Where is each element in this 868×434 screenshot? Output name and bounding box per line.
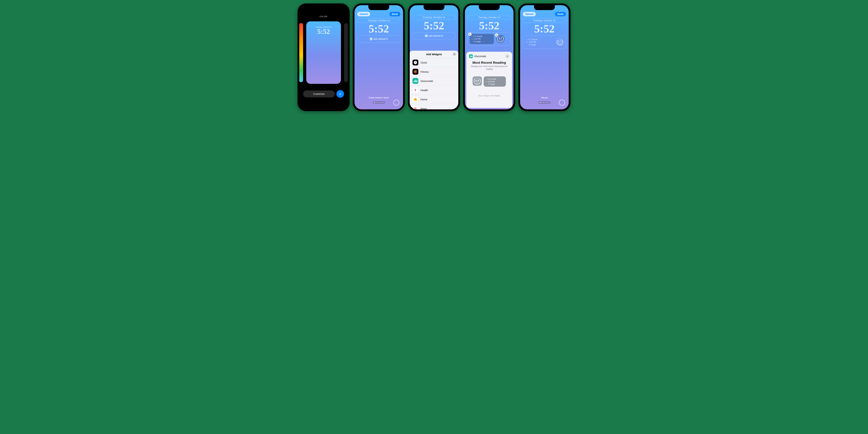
screen-gallery: COLOR Tuesday, October 10 5:52 • • • Cus… (299, 5, 348, 110)
widget-app-list[interactable]: Clock Fitness Glucomate ♥ Health (410, 58, 458, 110)
drop-icon (471, 35, 472, 38)
sheet-app-name: Glucomate (474, 55, 486, 58)
placed-widget-circle[interactable]: − 5.7 2:44 (496, 35, 505, 43)
glucomate-icon (469, 54, 473, 58)
home-icon (412, 96, 418, 102)
date-widget-slot[interactable]: Tuesday, October 10 (468, 15, 511, 20)
date-widget-slot[interactable]: Tuesday, October 10 (523, 18, 566, 23)
add-wallpaper-button[interactable]: + (336, 90, 344, 98)
wallpaper-next[interactable] (344, 23, 348, 82)
screen-editor-done: Cancel Done Tuesday, October 10 5:52 5.7… (520, 5, 569, 110)
widget-app-news[interactable]: N News (410, 104, 458, 110)
phone-widget-list: Tuesday, October 10 5:52 + ADD WIDGETS A… (408, 3, 460, 111)
close-button[interactable]: ✕ (453, 52, 457, 56)
widget-preview-small[interactable]: 6.9 5:40 (472, 76, 482, 86)
health-icon: ♥ (412, 87, 418, 93)
widget-subtitle: Display your most recent blood glucose r… (469, 65, 509, 70)
phone-editor-done: Cancel Done Tuesday, October 10 5:52 5.7… (518, 3, 570, 111)
fitness-icon (412, 69, 418, 75)
notch (534, 5, 555, 10)
notch (479, 5, 500, 10)
cancel-button[interactable]: Cancel (523, 12, 536, 16)
phone-glucomate-picker: Tuesday, October 10 5:52 − 5.7 mmol/L 2:… (463, 3, 515, 111)
wallpaper-prev[interactable] (299, 23, 303, 82)
add-widgets-slot[interactable]: + ADD WIDGETS (412, 32, 456, 39)
drag-hint: Tap or drag to add widget. (469, 95, 509, 97)
widget-app-home[interactable]: Home (410, 95, 458, 104)
clock-icon (527, 41, 528, 43)
gallery-heading: COLOR (299, 16, 348, 18)
color-picker-button[interactable] (393, 100, 399, 105)
placed-widget-circle[interactable]: 5.7 2:44 (556, 38, 564, 46)
notch (313, 5, 334, 10)
phone-editor-empty: Cancel Done Tuesday, October 10 5:52 + A… (353, 3, 405, 111)
color-picker-button[interactable] (559, 100, 565, 105)
widget-slot-populated[interactable]: 5.7 mmol/L 2:44 PM In range 5.7 2:44 (523, 35, 566, 49)
add-widgets-label: ADD WIDGETS (373, 38, 388, 40)
news-icon: N (412, 105, 418, 110)
drop-icon (527, 38, 527, 41)
cancel-button[interactable]: Cancel (357, 12, 370, 16)
wallpaper-card[interactable]: Tuesday, October 10 5:52 (306, 21, 341, 84)
glucomate-icon (412, 78, 418, 84)
arrow-icon (486, 83, 487, 85)
widget-app-clock[interactable]: Clock (410, 58, 458, 67)
clock-display[interactable]: 5:52 (520, 23, 569, 34)
arrow-icon (471, 40, 473, 43)
plus-icon: + (370, 38, 372, 40)
widget-slot-populated[interactable]: − 5.7 mmol/L 2:44 PM In range − 5.7 2:44 (468, 32, 511, 45)
clock-display[interactable]: 5:52 (354, 23, 403, 34)
widget-app-glucomate[interactable]: Glucomate (410, 76, 458, 86)
clock-icon (412, 60, 418, 65)
widget-app-fitness[interactable]: Fitness (410, 67, 458, 76)
close-button[interactable]: ✕ (505, 54, 509, 58)
widget-preview-medium[interactable]: 6.9 mmol/L 5:40 PM In range (484, 76, 506, 87)
date-widget-slot[interactable]: Tuesday, October 10 (357, 18, 400, 23)
plus-icon: + (425, 35, 428, 37)
carousel-dots: • • • (299, 87, 348, 89)
swipe-hint: Swipe between Styles (354, 96, 403, 99)
widget-title: Most Recent Reading (469, 61, 509, 65)
placed-widget-rect[interactable]: − 5.7 mmol/L 2:44 PM In range (470, 34, 494, 44)
done-button[interactable]: Done (555, 12, 566, 16)
phone-gallery: COLOR Tuesday, October 10 5:52 • • • Cus… (298, 3, 350, 111)
clock-icon (486, 81, 487, 83)
card-time: 5:52 (306, 28, 341, 35)
sheet-title: Add Widgets ✕ (410, 51, 458, 58)
screen-editor: Cancel Done Tuesday, October 10 5:52 + A… (354, 5, 403, 110)
widget-app-health[interactable]: ♥ Health (410, 86, 458, 95)
add-widgets-sheet: Add Widgets ✕ Clock Fitness (410, 51, 458, 110)
style-name: Vibrant (520, 96, 569, 99)
clock-icon (471, 38, 473, 40)
notch (368, 5, 389, 10)
screen-widget-list: Tuesday, October 10 5:52 + ADD WIDGETS A… (410, 5, 458, 110)
glucomate-widget-sheet: Glucomate ✕ Most Recent Reading Display … (466, 52, 512, 108)
screen-glucomate: Tuesday, October 10 5:52 − 5.7 mmol/L 2:… (465, 5, 514, 110)
add-widgets-label: ADD WIDGETS (429, 35, 443, 37)
add-widgets-slot[interactable]: + ADD WIDGETS (357, 35, 400, 42)
clock-display[interactable]: 5:52 (465, 20, 514, 31)
notch (424, 5, 444, 10)
date-widget-slot[interactable]: Tuesday, October 10 (412, 15, 456, 20)
customize-button[interactable]: Customize (303, 90, 335, 97)
done-button[interactable]: Done (390, 12, 400, 16)
clock-display[interactable]: 5:52 (410, 20, 458, 31)
drop-icon (486, 78, 487, 80)
placed-widget-rect[interactable]: 5.7 mmol/L 2:44 PM In range (525, 37, 549, 47)
arrow-icon (527, 43, 528, 46)
remove-widget-button[interactable]: − (468, 32, 472, 36)
wallpaper-carousel[interactable]: Tuesday, October 10 5:52 (299, 20, 348, 86)
